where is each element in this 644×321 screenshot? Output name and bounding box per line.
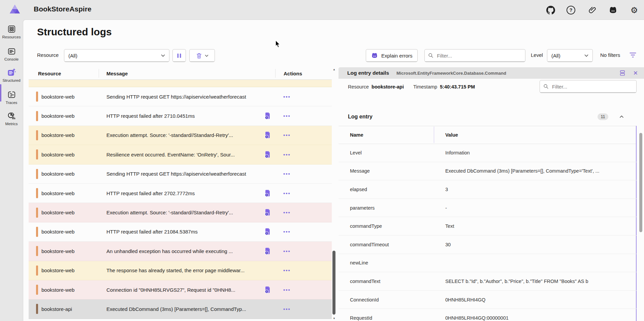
resource-filter-label: Resource: [37, 52, 59, 58]
copilot-icon: [371, 52, 378, 59]
resource-name: bookstore-web: [41, 113, 74, 119]
svg-text:!: !: [266, 251, 267, 254]
log-table-row[interactable]: bookstore-web An unhandled exception has…: [29, 242, 332, 261]
top-bar: BookStoreAspire ? ⚙: [0, 0, 644, 20]
split-panel-icon[interactable]: [619, 70, 626, 76]
view-trace-icon[interactable]: !: [260, 247, 275, 255]
resource-name: bookstore-api: [41, 306, 72, 312]
sidebar-item-structured[interactable]: Structured: [0, 64, 23, 86]
log-table-row[interactable]: bookstore-web Connection id "0HNH85LRVGS…: [29, 280, 332, 299]
detail-row[interactable]: Level Information: [339, 144, 637, 162]
detail-row[interactable]: Message Executed DbCommand (3ms) [Parame…: [339, 162, 637, 181]
row-actions-button[interactable]: •••: [275, 94, 332, 100]
scrollbar-down-arrow[interactable]: ▼: [333, 317, 335, 320]
row-actions-button[interactable]: •••: [275, 248, 332, 254]
detail-value: 0HNH85LRHI4GQ:00000001: [434, 315, 637, 321]
row-actions-button[interactable]: •••: [275, 306, 332, 312]
svg-text:!: !: [266, 290, 267, 293]
scrollbar-up-arrow[interactable]: ▲: [333, 68, 335, 71]
detail-row[interactable]: RequestId 0HNH85LRHI4GQ:00000001: [339, 309, 637, 321]
svg-text:!: !: [266, 193, 267, 197]
view-trace-icon[interactable]: !: [260, 228, 275, 236]
attachment-icon[interactable]: [587, 4, 598, 16]
svg-text:!: !: [266, 232, 267, 235]
github-icon[interactable]: [545, 4, 556, 16]
logs-filter-searchbox: [424, 49, 525, 62]
column-header-name[interactable]: Name: [339, 132, 434, 138]
column-header-value[interactable]: Value: [434, 132, 637, 138]
row-actions-button[interactable]: •••: [275, 229, 332, 235]
logs-table-header: Resource Message Actions: [29, 67, 332, 80]
traces-icon: [7, 90, 16, 99]
log-message: HTTP request failed after 21084.5387ms: [99, 229, 260, 235]
details-scrollbar-thumb[interactable]: [639, 133, 642, 232]
explain-errors-button[interactable]: Explain errors: [366, 49, 418, 62]
row-actions-button[interactable]: •••: [275, 113, 332, 119]
detail-value: SELECT b."Id", b."Author", b."Price", b.…: [434, 279, 637, 284]
column-header-message[interactable]: Message: [99, 69, 260, 78]
sidebar-item-traces[interactable]: Traces: [0, 86, 23, 108]
copilot-icon[interactable]: [607, 4, 619, 16]
row-actions-button[interactable]: •••: [275, 152, 332, 157]
row-actions-button[interactable]: •••: [275, 171, 332, 177]
detail-row[interactable]: commandTimeout 30: [339, 236, 637, 254]
log-table-row[interactable]: bookstore-api Executed DbCommand (3ms) […: [29, 299, 332, 319]
view-trace-icon[interactable]: !: [260, 209, 275, 216]
detail-name: commandText: [339, 279, 434, 284]
details-category: Microsoft.EntityFrameworkCore.Database.C…: [396, 71, 506, 76]
sidebar-item-metrics[interactable]: Metrics: [0, 108, 23, 129]
pause-logs-button[interactable]: [172, 49, 186, 62]
detail-value: Information: [434, 150, 637, 155]
console-icon: [7, 47, 16, 56]
log-message: HTTP request failed after 2702.7772ms: [99, 190, 260, 196]
log-table-row[interactable]: bookstore-web Sending HTTP request GET h…: [29, 87, 332, 106]
log-table-row[interactable]: bookstore-web HTTP request failed after …: [29, 184, 332, 203]
row-actions-button[interactable]: •••: [275, 132, 332, 138]
detail-row[interactable]: elapsed 3: [339, 180, 637, 199]
row-actions-button[interactable]: •••: [275, 210, 332, 215]
details-filter-input[interactable]: [551, 83, 633, 90]
detail-row[interactable]: parameters -: [339, 199, 637, 217]
view-trace-icon[interactable]: !: [260, 286, 275, 294]
log-table-row[interactable]: bookstore-web Execution attempt. Source:…: [29, 126, 332, 145]
row-actions-button[interactable]: •••: [275, 268, 332, 273]
help-icon[interactable]: ?: [565, 4, 577, 16]
column-header-resource[interactable]: Resource: [29, 69, 99, 78]
log-table-row[interactable]: bookstore-web HTTP request failed after …: [29, 222, 332, 242]
view-trace-icon[interactable]: !: [260, 189, 275, 197]
log-table-row[interactable]: bookstore-web Execution attempt. Source:…: [29, 203, 332, 222]
settings-icon[interactable]: ⚙: [629, 4, 640, 16]
view-trace-icon[interactable]: !: [260, 131, 275, 139]
resource-name: bookstore-web: [41, 248, 74, 254]
detail-row[interactable]: commandType Text: [339, 217, 637, 236]
level-filter-label: Level: [531, 52, 543, 58]
level-filter-select[interactable]: (All): [547, 49, 593, 62]
clear-logs-split-button[interactable]: [189, 49, 215, 62]
log-entry-section-header[interactable]: Log entry 11: [339, 108, 637, 126]
chevron-up-icon[interactable]: [619, 115, 624, 118]
view-trace-icon[interactable]: !: [260, 151, 275, 158]
logs-filter-input[interactable]: [436, 52, 522, 59]
log-table-row[interactable]: bookstore-web Resilience event occurred.…: [29, 145, 332, 164]
logs-scrollbar-thumb[interactable]: [332, 251, 335, 315]
sidebar-item-console[interactable]: Console: [0, 43, 23, 65]
resource-color-bar: [36, 130, 38, 140]
page-title: Structured logs: [37, 26, 112, 38]
log-table-row[interactable]: bookstore-web The response has already s…: [29, 261, 332, 280]
row-actions-button[interactable]: •••: [275, 287, 332, 293]
view-trace-icon[interactable]: !: [260, 112, 275, 120]
log-table-row[interactable]: bookstore-web Sending HTTP request GET h…: [29, 165, 332, 184]
sidebar-item-resources[interactable]: Resources: [0, 21, 23, 42]
close-icon[interactable]: ✕: [633, 70, 638, 77]
resource-color-bar: [36, 188, 38, 198]
log-table-row[interactable]: bookstore-web HTTP request failed after …: [29, 106, 332, 126]
resource-filter-select[interactable]: (All): [64, 49, 169, 62]
detail-row[interactable]: ConnectionId 0HNH85LRHI4GQ: [339, 291, 637, 309]
row-actions-button[interactable]: •••: [275, 190, 332, 196]
resource-name: bookstore-web: [41, 287, 74, 293]
column-header-actions[interactable]: Actions: [275, 69, 332, 78]
detail-row[interactable]: commandText SELECT b."Id", b."Author", b…: [339, 272, 637, 291]
detail-row[interactable]: newLine: [339, 254, 637, 273]
filter-icon[interactable]: [629, 52, 637, 58]
log-message: An unhandled exception has occurred whil…: [99, 248, 260, 254]
